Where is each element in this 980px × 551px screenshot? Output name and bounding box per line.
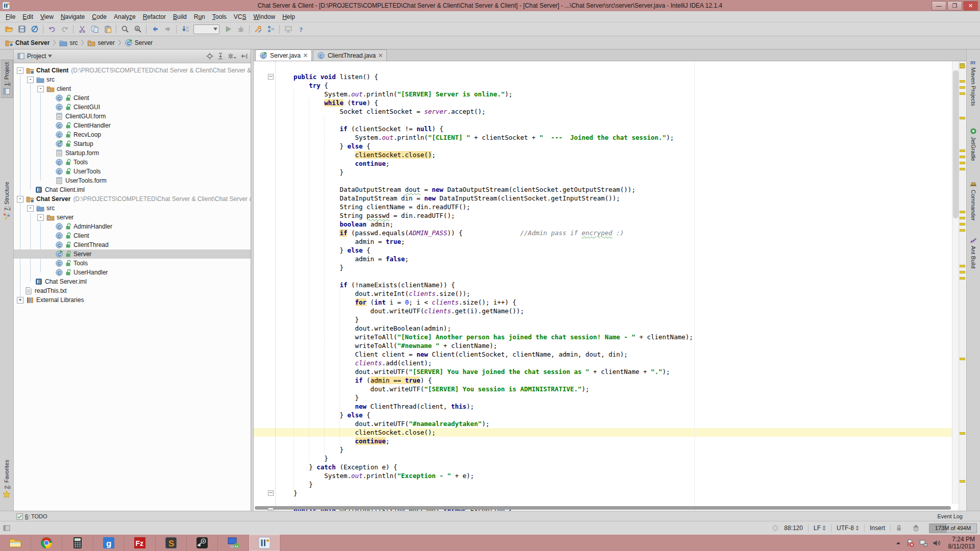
- tree-item-clientgui-form[interactable]: ClientGUI.form: [14, 112, 251, 121]
- tree-collapse-icon[interactable]: -: [17, 196, 23, 203]
- sync-button[interactable]: [28, 23, 41, 35]
- replace-button[interactable]: A: [131, 23, 144, 35]
- vertical-scrollbar[interactable]: [952, 61, 959, 504]
- settings-button[interactable]: [252, 23, 264, 35]
- tree-item-src[interactable]: -src: [14, 75, 251, 84]
- tree-collapse-icon[interactable]: -: [17, 67, 23, 74]
- toolwindow-button-project[interactable]: 1: Project: [1, 60, 13, 98]
- minimize-button[interactable]: —: [932, 1, 946, 11]
- breadcrumb-server[interactable]: server: [86, 39, 115, 47]
- toolwindow-button-favorites[interactable]: 2: Favorites: [1, 458, 13, 500]
- close-button[interactable]: ✕: [963, 1, 978, 11]
- tree-item-chat-client-iml[interactable]: Chat Client.iml: [14, 185, 251, 194]
- tree-item-userhandler[interactable]: CUserHandler: [14, 268, 251, 277]
- tree-item-clientgui[interactable]: CClientGUI: [14, 103, 251, 112]
- tree-item-startup-form[interactable]: Startup.form: [14, 148, 251, 158]
- error-stripe-mark[interactable]: [960, 92, 965, 95]
- horizontal-scrollbar[interactable]: [255, 506, 951, 510]
- save-all-button[interactable]: [15, 23, 28, 35]
- tree-item-recvloop[interactable]: CRecvLoop: [14, 130, 251, 139]
- fold-marker-icon[interactable]: [268, 490, 274, 496]
- structure-button[interactable]: [264, 23, 277, 35]
- todo-toolwindow-button[interactable]: 6: TODO: [16, 513, 47, 520]
- network-icon[interactable]: [919, 539, 928, 547]
- error-stripe-mark[interactable]: [960, 432, 965, 435]
- menu-vcs[interactable]: VCS: [230, 12, 250, 21]
- update-button[interactable]: 0110: [179, 23, 191, 35]
- menu-window[interactable]: Window: [250, 12, 279, 21]
- tree-collapse-icon[interactable]: -: [27, 77, 34, 83]
- error-stripe-mark[interactable]: [960, 229, 965, 232]
- error-stripe-mark[interactable]: [960, 117, 965, 119]
- taskbar-app-remote[interactable]: [218, 535, 249, 551]
- cut-button[interactable]: [76, 23, 88, 35]
- action-center-flag-icon[interactable]: [906, 539, 915, 547]
- toolwindow-button-structure[interactable]: 7: Structure: [1, 180, 13, 222]
- tree-item-src[interactable]: -src: [14, 204, 251, 213]
- taskbar-app-calc[interactable]: [62, 535, 93, 551]
- tree-item-tools[interactable]: CTools: [14, 158, 251, 167]
- tree-item-external-libraries[interactable]: +External Libraries: [14, 295, 251, 305]
- tree-item-client[interactable]: CClient: [14, 231, 251, 240]
- taskbar-app-gmod[interactable]: g: [93, 535, 125, 551]
- error-stripe-mark[interactable]: [960, 211, 965, 213]
- error-stripe-mark[interactable]: [960, 168, 965, 170]
- error-stripe-mark[interactable]: [960, 86, 965, 89]
- tree-item-usertools[interactable]: CUserTools: [14, 167, 251, 176]
- toolwindow-button-ant-build[interactable]: Ant Build: [967, 234, 979, 270]
- code-editor[interactable]: public void listen() { try { System.out.…: [254, 61, 966, 511]
- open-folder-button[interactable]: [3, 23, 15, 35]
- find-button[interactable]: [118, 23, 131, 35]
- tree-collapse-icon[interactable]: -: [37, 86, 44, 92]
- encoding-selector[interactable]: UTF-8: [831, 524, 864, 532]
- tree-item-client[interactable]: -client: [14, 84, 251, 93]
- redo-button[interactable]: [58, 23, 71, 35]
- event-log-button[interactable]: Event Log: [937, 513, 963, 519]
- tab-close-icon[interactable]: [378, 53, 383, 58]
- breadcrumb-src[interactable]: src: [58, 39, 79, 47]
- error-stripe-mark[interactable]: [960, 358, 965, 360]
- menu-run[interactable]: Run: [190, 12, 209, 21]
- run-configuration-combo[interactable]: [193, 24, 219, 34]
- undo-button[interactable]: [45, 23, 58, 35]
- error-stripe-mark[interactable]: [960, 80, 965, 83]
- volume-icon[interactable]: [933, 539, 941, 547]
- error-stripe[interactable]: [959, 61, 966, 511]
- menu-tools[interactable]: Tools: [209, 12, 230, 21]
- line-ending-selector[interactable]: LF: [808, 524, 831, 532]
- editor-tab-server-java[interactable]: CServer.java: [255, 49, 312, 61]
- locate-icon[interactable]: [206, 53, 213, 60]
- tree-item-clientthread[interactable]: CClientThread: [14, 240, 251, 249]
- toolwindow-button-maven-projects[interactable]: mMaven Projects: [967, 56, 979, 108]
- menu-edit[interactable]: Edit: [19, 12, 37, 21]
- taskbar-clock[interactable]: 7:24 PM 8/11/2013: [945, 536, 975, 550]
- toolwindow-toggle-icon[interactable]: [3, 524, 10, 532]
- tree-item-tools[interactable]: CTools: [14, 259, 251, 268]
- hector-inspector-icon[interactable]: [907, 524, 925, 532]
- taskbar-app-sublime[interactable]: S: [156, 535, 187, 551]
- tree-item-readthis-txt[interactable]: readThis.txt: [14, 286, 251, 295]
- tree-collapse-icon[interactable]: -: [37, 214, 44, 221]
- error-stripe-mark[interactable]: [960, 149, 965, 152]
- tree-item-client[interactable]: CClient: [14, 93, 251, 103]
- tree-expand-icon[interactable]: +: [17, 297, 23, 304]
- tree-item-startup[interactable]: CStartup: [14, 139, 251, 148]
- tree-item-adminhandler[interactable]: CAdminHandler: [14, 222, 251, 231]
- caret-position[interactable]: 88:120: [779, 524, 808, 532]
- toolwindow-button-jetgradle[interactable]: JetGradle: [967, 125, 979, 163]
- input-mode-indicator[interactable]: Insert: [865, 524, 890, 532]
- tree-item-clienthandler[interactable]: CClientHandler: [14, 121, 251, 130]
- taskbar-app-explorer[interactable]: [0, 535, 31, 551]
- error-stripe-mark[interactable]: [960, 277, 965, 280]
- toolwindow-button-commander[interactable]: Commander: [967, 178, 979, 223]
- menu-help[interactable]: Help: [279, 12, 299, 21]
- memory-indicator[interactable]: 173M of 494M: [929, 523, 977, 533]
- tree-item-chat-client[interactable]: -Chat Client (D:\PROJECTS\COMPLETED\Chat…: [14, 66, 251, 75]
- tab-close-icon[interactable]: [303, 53, 308, 58]
- breadcrumb-chat-server[interactable]: Chat Server: [4, 39, 51, 47]
- error-stripe-mark[interactable]: [960, 162, 965, 164]
- lock-icon[interactable]: [891, 524, 907, 532]
- error-stripe-mark[interactable]: [960, 217, 965, 219]
- menu-refactor[interactable]: Refactor: [139, 12, 169, 21]
- chevron-down-icon[interactable]: [48, 55, 52, 58]
